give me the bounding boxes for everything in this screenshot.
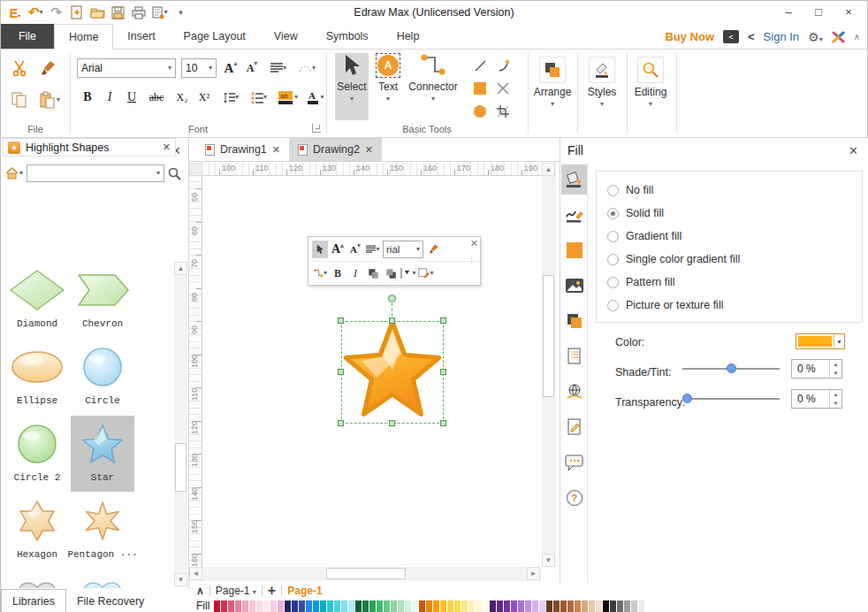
palette-swatch[interactable]	[433, 601, 439, 612]
palette-swatch[interactable]	[603, 601, 609, 612]
picture-icon[interactable]	[561, 271, 587, 301]
text-tool-button[interactable]: A Text ▾	[372, 53, 404, 120]
resize-handle-w[interactable]	[338, 369, 344, 375]
palette-swatch[interactable]	[419, 601, 425, 612]
resize-handle-nw[interactable]	[338, 317, 344, 324]
resize-handle-ne[interactable]	[440, 317, 446, 324]
font-dialog-launcher[interactable]	[312, 124, 321, 133]
open-folder-button[interactable]	[90, 4, 105, 20]
search-icon[interactable]	[168, 167, 181, 180]
editing-button[interactable]: Editing ▾	[630, 57, 671, 108]
tab-file[interactable]: File	[1, 24, 54, 49]
palette-swatch[interactable]	[362, 601, 369, 612]
line-spacing-button[interactable]: ▾	[218, 87, 243, 108]
palette-swatch[interactable]	[405, 601, 411, 612]
copy-button[interactable]	[8, 88, 31, 111]
fill-panel-close-icon[interactable]: ✕	[849, 144, 858, 157]
fill-option[interactable]: Picture or texture fill	[607, 294, 862, 317]
palette-swatch[interactable]	[398, 601, 404, 612]
share-icon[interactable]: <	[748, 30, 755, 43]
palette-swatch[interactable]	[412, 601, 418, 612]
slider-thumb[interactable]	[727, 363, 736, 373]
palette-swatch[interactable]	[384, 601, 390, 612]
fill-option[interactable]: Single color gradient fill	[607, 248, 862, 271]
palette-swatch[interactable]	[511, 601, 517, 612]
format-painter-button[interactable]	[36, 57, 59, 80]
connector-tool-button[interactable]: Connector ▾	[406, 53, 461, 120]
palette-swatch[interactable]	[299, 601, 305, 612]
palette-swatch[interactable]	[256, 601, 263, 612]
palette-swatch[interactable]	[369, 601, 376, 612]
library-section-close-icon[interactable]: ✕	[163, 142, 171, 153]
palette-swatch[interactable]	[553, 601, 560, 612]
library-shape-item[interactable]	[5, 570, 69, 588]
mini-shrink-font-button[interactable]: A▾	[347, 241, 363, 258]
palette-swatch[interactable]	[617, 601, 623, 612]
scroll-right-icon[interactable]: ►	[527, 567, 540, 580]
palette-swatch[interactable]	[377, 601, 383, 612]
undo-button[interactable]: ↶▾	[28, 4, 43, 20]
strikethrough-button[interactable]: abc	[145, 87, 168, 108]
library-shape-item[interactable]: Chevron	[71, 262, 134, 338]
palette-swatch[interactable]	[454, 601, 461, 612]
scroll-up-icon[interactable]: ▲	[174, 262, 187, 275]
palette-swatch[interactable]	[624, 601, 630, 612]
scrollbar-thumb[interactable]	[543, 275, 554, 397]
spin-down-icon[interactable]: ▼	[830, 399, 841, 408]
palette-swatch[interactable]	[327, 601, 333, 612]
line-style-icon[interactable]	[561, 200, 587, 230]
crop-tool-button[interactable]	[494, 103, 512, 120]
scrollbar-thumb[interactable]	[326, 568, 406, 579]
grow-font-button[interactable]: A▴	[222, 58, 240, 78]
palette-swatch[interactable]	[483, 601, 489, 612]
page-tab[interactable]: Page-1	[287, 585, 322, 597]
library-shape-item[interactable]: Circle 2	[5, 416, 69, 492]
ribbon-tab[interactable]: Insert	[113, 24, 169, 49]
palette-swatch[interactable]	[426, 601, 432, 612]
text-highlight-button[interactable]: ab▾	[275, 87, 301, 108]
resize-handle-s[interactable]	[389, 420, 395, 426]
palette-swatch[interactable]	[476, 601, 482, 612]
palette-swatch[interactable]	[461, 601, 468, 612]
library-shape-item[interactable]	[71, 570, 134, 588]
buy-now-link[interactable]: Buy Now	[665, 30, 714, 43]
palette-swatch[interactable]	[440, 601, 446, 612]
ribbon-tab[interactable]: Home	[54, 24, 113, 50]
spin-up-icon[interactable]: ▲	[830, 360, 841, 369]
shade-tint-spinner[interactable]: 0 % ▲▼	[791, 359, 842, 379]
fill-option[interactable]: Pattern fill	[607, 271, 862, 294]
page-properties-icon[interactable]	[561, 341, 587, 371]
bullet-list-button[interactable]: ▾	[247, 87, 271, 108]
palette-swatch[interactable]	[518, 601, 524, 612]
fill-color-picker[interactable]: ▼	[796, 333, 845, 349]
fill-option[interactable]: Gradient fill	[607, 225, 862, 248]
print-button[interactable]	[132, 4, 146, 20]
mini-style-button[interactable]: ▾	[418, 264, 434, 282]
palette-swatch[interactable]	[525, 601, 531, 612]
cut-button[interactable]	[8, 57, 31, 80]
save-button[interactable]	[111, 4, 126, 20]
mini-send-backward-button[interactable]	[383, 264, 399, 282]
snap-glue-button[interactable]: ▾	[152, 4, 168, 20]
palette-swatch[interactable]	[242, 601, 248, 612]
font-size-select[interactable]: 10▾	[181, 58, 217, 78]
library-scrollbar[interactable]: ▲ ▼	[174, 262, 187, 586]
snip-icon[interactable]: <	[723, 30, 739, 43]
paste-button[interactable]: ▾	[34, 88, 65, 111]
resize-handle-n[interactable]	[389, 317, 395, 324]
maximize-button[interactable]: □	[803, 1, 834, 22]
mini-toolbar-drag-handle[interactable]: ⋮	[468, 256, 476, 265]
spin-up-icon[interactable]: ▲	[830, 390, 841, 399]
mini-grow-font-button[interactable]: A▴	[330, 241, 346, 258]
palette-swatch[interactable]	[263, 601, 270, 612]
resize-handle-sw[interactable]	[338, 420, 344, 426]
ribbon-tab[interactable]: Symbols	[312, 24, 383, 49]
font-family-select[interactable]: Arial▾	[77, 58, 176, 78]
minimize-button[interactable]: –	[773, 1, 803, 22]
palette-swatch[interactable]	[320, 601, 326, 612]
transparency-spinner[interactable]: 0 % ▲▼	[791, 389, 842, 409]
star-shape[interactable]	[343, 317, 442, 422]
mini-bold-button[interactable]: B	[330, 264, 346, 282]
canvas-vertical-scrollbar[interactable]: ▲ ▼	[542, 163, 556, 567]
erase-tool-button[interactable]	[494, 80, 512, 97]
